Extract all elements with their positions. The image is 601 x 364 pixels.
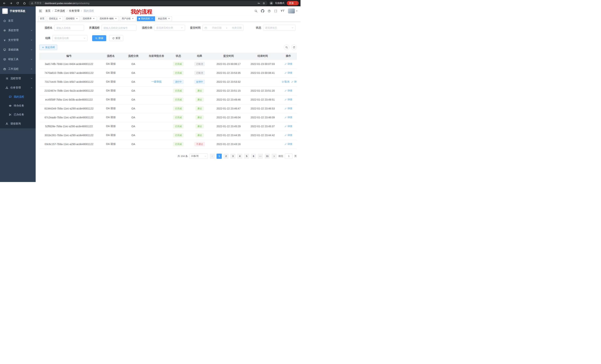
security-status[interactable]: 不安全 <box>31 1 42 5</box>
app-logo[interactable]: 芋道管理系统 <box>0 6 36 16</box>
breadcrumb: 首页 / 工作流程 / 任务管理 / 我的流程 <box>45 9 94 13</box>
current-task-link[interactable]: 一级审批 <box>151 80 162 83</box>
breadcrumb-task-management[interactable]: 任务管理 <box>69 9 80 13</box>
status-badge: 已完成 <box>173 98 183 102</box>
tab-process-definition[interactable]: 流程定义× <box>47 16 63 21</box>
next-page-button[interactable] <box>271 153 277 159</box>
warning-icon <box>31 2 33 4</box>
process-name-input[interactable] <box>54 25 84 31</box>
sidebar-item-leave-query[interactable]: 请假查询 <box>0 119 36 128</box>
sidebar-item-system[interactable]: 系统管理 <box>0 26 36 35</box>
font-size-icon[interactable]: T⊤ <box>281 9 285 13</box>
fullscreen-icon[interactable] <box>274 10 277 13</box>
detail-link[interactable]: 详情 <box>285 143 292 146</box>
column-actions: 操作 <box>280 53 297 59</box>
close-icon[interactable]: × <box>168 18 170 20</box>
flow-icon <box>5 86 9 89</box>
detail-link[interactable]: 详情 <box>291 80 297 84</box>
page-button-11[interactable]: 11 <box>265 153 270 159</box>
page-button-1[interactable]: 1 <box>217 153 222 159</box>
search-button[interactable]: 搜索 <box>92 35 106 41</box>
address-bar[interactable]: 不安全 dashboard.yudao.iocoder.cn/bpm/task/… <box>29 1 267 6</box>
tab-process-form[interactable]: 流程表单× <box>81 16 97 21</box>
sidebar-item-done-tasks[interactable]: 已办任务 <box>0 110 36 119</box>
sidebar-item-todo-tasks[interactable]: 待办任务 <box>0 101 36 110</box>
tab-process-form-edit[interactable]: 流程表单-编辑× <box>98 16 119 21</box>
start-process-button[interactable]: 发起流程 <box>39 45 57 50</box>
home-icon[interactable] <box>22 1 27 6</box>
sidebar-item-workflow[interactable]: 工作流程 <box>0 64 36 74</box>
breadcrumb-workflow[interactable]: 工作流程 <box>55 9 65 13</box>
edit-icon <box>285 134 287 136</box>
search-icon[interactable] <box>254 10 258 13</box>
user-avatar[interactable] <box>288 8 295 14</box>
browser-update-button[interactable]: 更新 <box>287 1 299 5</box>
page-button-3[interactable]: 3 <box>230 153 235 159</box>
detail-link[interactable]: 详情 <box>285 134 292 137</box>
github-icon[interactable] <box>261 9 264 13</box>
close-icon[interactable]: × <box>59 18 61 20</box>
result-select[interactable]: 请选择流结果 <box>52 35 88 41</box>
detail-link[interactable]: 详情 <box>285 98 292 101</box>
tab-process-model[interactable]: 流程模型× <box>64 16 80 21</box>
close-icon[interactable]: × <box>151 18 153 20</box>
cell-submit-time: 2022-01-22 23:51:15 <box>212 86 245 95</box>
status-badge: 已完成 <box>173 62 183 66</box>
cell-category: OA <box>123 95 144 104</box>
forward-icon[interactable] <box>9 1 13 6</box>
process-category-select[interactable]: 请选择流程分类 <box>154 25 185 31</box>
process-definition-input[interactable] <box>101 25 137 31</box>
page-button-2[interactable]: 2 <box>223 153 229 159</box>
sidebar-item-devtools[interactable]: 研发工具 <box>0 55 36 64</box>
sidebar-item-home[interactable]: 首页 <box>0 16 36 26</box>
tab-user-group[interactable]: 用户分组× <box>120 16 136 21</box>
back-icon[interactable] <box>2 1 7 6</box>
tab-start-process[interactable]: 发起流程× <box>156 16 172 21</box>
cell-name: OA 请假 <box>99 68 123 77</box>
refresh-table-button[interactable] <box>291 45 297 50</box>
detail-link[interactable]: 详情 <box>285 116 292 119</box>
tab-home[interactable]: 首页 <box>38 16 46 21</box>
page-button-4[interactable]: 4 <box>237 153 242 159</box>
goto-page-input[interactable] <box>285 153 293 159</box>
cell-current-task <box>144 122 169 131</box>
sidebar-item-process-management[interactable]: 流程管理 <box>0 74 36 83</box>
page-button-5[interactable]: 5 <box>244 153 249 159</box>
status-badge: 已完成 <box>173 71 183 75</box>
user-menu[interactable] <box>288 8 298 14</box>
close-icon[interactable]: × <box>115 18 117 20</box>
detail-link[interactable]: 详情 <box>285 89 292 92</box>
sidebar-item-payment[interactable]: ¥ 支付管理 <box>0 35 36 45</box>
cell-status: 已完成 <box>169 104 187 113</box>
detail-link[interactable]: 详情 <box>285 125 292 128</box>
page-more-button[interactable]: ··· <box>258 153 263 159</box>
sidebar-item-infrastructure[interactable]: 基础设施 <box>0 45 36 55</box>
close-icon[interactable]: × <box>76 18 78 20</box>
help-icon[interactable] <box>268 10 271 13</box>
bookmark-star-icon[interactable] <box>262 2 265 5</box>
sidebar-item-my-process[interactable]: 我的流程 <box>0 92 36 101</box>
hamburger-icon[interactable] <box>39 9 42 13</box>
key-icon[interactable] <box>257 2 260 5</box>
submit-time-range-picker[interactable]: 开始日期 - 结束日期 <box>202 25 244 31</box>
status-select[interactable]: 请选择状态 <box>263 25 296 31</box>
detail-link[interactable]: 详情 <box>285 71 292 75</box>
close-icon[interactable]: × <box>92 18 95 20</box>
close-icon[interactable]: × <box>131 18 134 20</box>
reload-icon[interactable] <box>15 1 20 6</box>
cancel-link[interactable]: 取消 <box>282 80 289 84</box>
tab-my-process[interactable]: 我的流程× <box>137 16 155 21</box>
detail-link[interactable]: 详情 <box>285 107 292 110</box>
show-search-button[interactable] <box>284 45 289 50</box>
breadcrumb-home[interactable]: 首页 <box>45 9 50 13</box>
tags-view: 首页 流程定义× 流程模型× 流程表单× 流程表单-编辑× 用户分组× 我的流程… <box>36 16 300 22</box>
detail-link[interactable]: 详情 <box>285 62 292 66</box>
sidebar-item-task-management[interactable]: 任务管理 <box>0 83 36 92</box>
page-size-select[interactable]: 10条/页 <box>190 153 208 159</box>
status-badge: 已完成 <box>173 115 183 119</box>
page-button-6[interactable]: 6 <box>251 153 256 159</box>
prev-page-button[interactable] <box>210 153 215 159</box>
table-row: 3ad174fb-7b9d-11ec-8404-acde48001122 OA … <box>39 59 297 68</box>
menu-dots-icon[interactable] <box>295 2 298 4</box>
reset-button[interactable]: 重置 <box>109 35 123 41</box>
